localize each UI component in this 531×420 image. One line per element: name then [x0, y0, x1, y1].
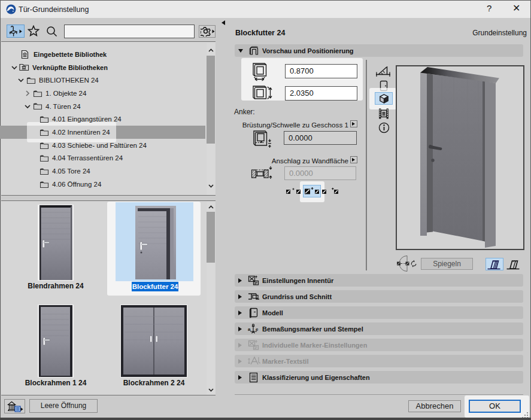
svg-text:a: a — [248, 327, 251, 332]
svg-text:e: e — [256, 327, 259, 332]
